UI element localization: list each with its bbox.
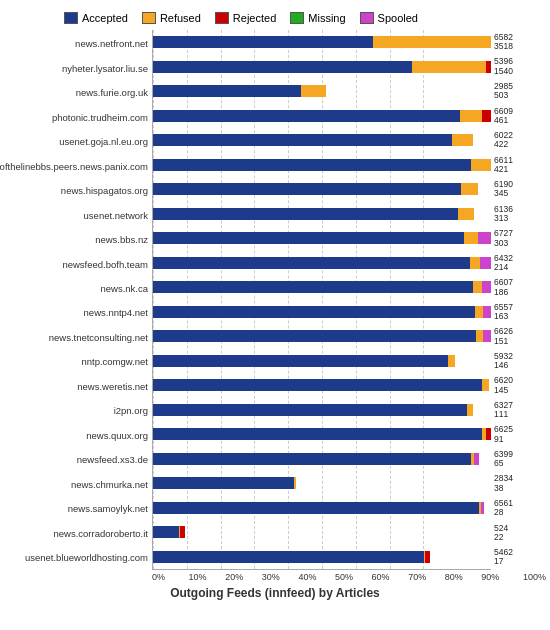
bar-label-pair: 6557163	[494, 303, 546, 321]
bar-segment-refused	[448, 355, 455, 367]
bar-segment-refused	[461, 183, 478, 195]
bar-segment-spooled	[478, 232, 491, 244]
bar-label-pair: 6611421	[494, 156, 546, 174]
accepted-legend-color	[64, 12, 78, 24]
y-label: news.netfront.net	[4, 35, 148, 53]
x-tick: 90%	[481, 572, 518, 582]
bar-segment-spooled	[481, 502, 485, 514]
bar-num-secondary: 28	[494, 508, 546, 517]
y-label: news.samoylyk.net	[4, 500, 148, 518]
bar-segment-accepted	[153, 477, 294, 489]
bar-num-secondary: 461	[494, 116, 546, 125]
bar-num-secondary: 214	[494, 263, 546, 272]
y-label: usenet.goja.nl.eu.org	[4, 133, 148, 151]
y-label: photonic.trudheim.com	[4, 109, 148, 127]
y-label: news.nk.ca	[4, 280, 148, 298]
y-label: news.chmurka.net	[4, 475, 148, 493]
bar-row	[153, 254, 491, 272]
bar-num-secondary: 186	[494, 288, 546, 297]
bar-num-secondary: 421	[494, 165, 546, 174]
bar-segment-accepted	[153, 61, 412, 73]
refused-legend-color	[142, 12, 156, 24]
bar-num-secondary: 313	[494, 214, 546, 223]
bar-label-pair: 6609461	[494, 107, 546, 125]
bar-segment-accepted	[153, 36, 373, 48]
bar-segment-accepted	[153, 330, 476, 342]
y-label: endofthelinebbs.peers.news.panix.com	[4, 157, 148, 175]
bar-segment-refused	[294, 477, 296, 489]
y-label: news.bbs.nz	[4, 231, 148, 249]
y-label: news.corradoroberto.it	[4, 524, 148, 542]
bar-segment-accepted	[153, 551, 424, 563]
bar-label-pair: 546217	[494, 548, 546, 566]
bar-row	[153, 107, 491, 125]
legend-item-spooled: Spooled	[360, 12, 418, 24]
bar-segment-spooled	[482, 281, 491, 293]
legend-item-missing: Missing	[290, 12, 345, 24]
bar-segment-refused	[473, 281, 482, 293]
bar-segment-accepted	[153, 110, 460, 122]
bar-segment-refused	[460, 110, 481, 122]
bar-row	[153, 303, 491, 321]
bar-label-pair: 6432214	[494, 254, 546, 272]
bar-label-pair: 6727303	[494, 230, 546, 248]
bar-segment-accepted	[153, 355, 448, 367]
missing-legend-label: Missing	[308, 12, 345, 24]
bar-num-secondary: 91	[494, 435, 546, 444]
bar-row	[153, 450, 491, 468]
bar-segment-accepted	[153, 257, 470, 269]
bar-segment-accepted	[153, 281, 473, 293]
bar-segment-accepted	[153, 306, 475, 318]
bar-segment-refused	[464, 232, 478, 244]
bar-segment-spooled	[474, 453, 479, 465]
bar-num-secondary: 145	[494, 386, 546, 395]
bar-segment-refused	[467, 404, 473, 416]
rejected-legend-color	[215, 12, 229, 24]
missing-legend-color	[290, 12, 304, 24]
bar-num-secondary: 3518	[494, 42, 546, 51]
bar-num-secondary: 151	[494, 337, 546, 346]
bar-label-pair: 656128	[494, 499, 546, 517]
bar-num-secondary: 17	[494, 557, 546, 566]
y-label: i2pn.org	[4, 402, 148, 420]
bar-segment-refused	[471, 159, 491, 171]
bar-segment-accepted	[153, 208, 458, 220]
chart-container: AcceptedRefusedRejectedMissingSpooled ne…	[0, 0, 550, 630]
bar-segment-accepted	[153, 428, 482, 440]
bar-segment-refused	[301, 85, 326, 97]
bar-row	[153, 156, 491, 174]
bar-segment-rejected	[180, 526, 185, 538]
bar-row	[153, 33, 491, 51]
bar-row	[153, 82, 491, 100]
bar-segment-accepted	[153, 183, 461, 195]
x-tick: 10%	[189, 572, 226, 582]
bar-row	[153, 548, 491, 566]
y-label: newsfeed.xs3.de	[4, 451, 148, 469]
bar-segment-refused	[412, 61, 486, 73]
bar-row	[153, 376, 491, 394]
bar-row	[153, 229, 491, 247]
bar-row	[153, 474, 491, 492]
bar-num-secondary: 146	[494, 361, 546, 370]
bar-num-secondary: 111	[494, 410, 546, 419]
y-label: nntp.comgw.net	[4, 353, 148, 371]
bar-label-pair: 283438	[494, 475, 546, 493]
bar-segment-refused	[476, 330, 483, 342]
legend: AcceptedRefusedRejectedMissingSpooled	[4, 8, 546, 30]
bar-row	[153, 352, 491, 370]
bar-label-pair: 6607186	[494, 279, 546, 297]
bar-segment-accepted	[153, 502, 479, 514]
bar-segment-spooled	[483, 306, 491, 318]
bar-segment-refused	[482, 379, 489, 391]
bar-row	[153, 425, 491, 443]
rejected-legend-label: Rejected	[233, 12, 276, 24]
bar-row	[153, 523, 491, 541]
bar-num-secondary: 503	[494, 91, 546, 100]
bar-row	[153, 401, 491, 419]
x-tick: 50%	[335, 572, 372, 582]
bar-label-pair: 6136313	[494, 205, 546, 223]
y-label: news.tnetconsulting.net	[4, 329, 148, 347]
spooled-legend-color	[360, 12, 374, 24]
bar-segment-accepted	[153, 404, 467, 416]
y-label: usenet.blueworldhosting.com	[4, 549, 148, 567]
